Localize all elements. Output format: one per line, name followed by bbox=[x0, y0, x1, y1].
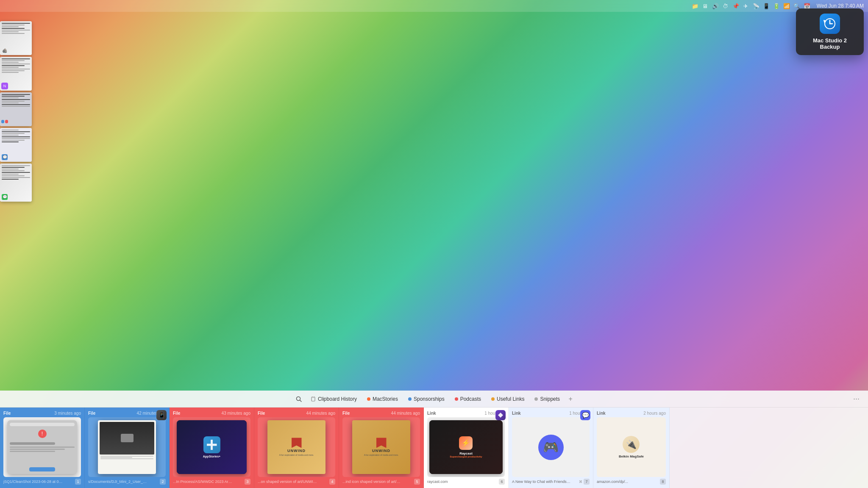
menubar-icon-phone[interactable]: 📱 bbox=[762, 2, 770, 10]
menubar-icon-audio[interactable]: 🔊 bbox=[712, 2, 719, 10]
card-8-time: 2 hours ago bbox=[643, 411, 666, 416]
card-7[interactable]: Link 1 hour ago 🎮 💬 A New Way to Chat wi… bbox=[509, 408, 593, 488]
sidebar-thumb-4[interactable]: 💬 bbox=[0, 128, 32, 162]
tab-podcasts[interactable]: Podcasts bbox=[451, 394, 485, 404]
card-4[interactable]: File 44 minutes ago UNWIND A fun explora… bbox=[254, 408, 339, 488]
card-1-footer: jSQ1/CleanShot 2023-06-28 at 07.36.36@2x… bbox=[3, 479, 81, 485]
card-6-app-icon bbox=[495, 410, 506, 420]
svg-line-2 bbox=[300, 400, 301, 402]
tm-title: Mac Studio 2 bbox=[801, 37, 859, 44]
sidebar-thumb-2[interactable]: N bbox=[0, 57, 32, 91]
menubar-icon-network[interactable]: 📡 bbox=[752, 2, 760, 10]
card-5[interactable]: File 44 minutes ago UNWIND A fun explora… bbox=[339, 408, 424, 488]
card-4-header: File 44 minutes ago bbox=[258, 411, 335, 416]
menubar-icon-pin[interactable]: 📌 bbox=[732, 2, 740, 10]
menubar: 📁 🖥 🔊 ⏱ 📌 ✈ 📡 📱 🔋 📶 🔍 📅 Wed Jun 28 7:40 … bbox=[0, 0, 868, 12]
card-2-header: File 42 minutes ago bbox=[88, 411, 166, 416]
tab-bar: Clipboard History MacStories Sponsorship… bbox=[0, 391, 868, 408]
left-sidebar: 🪨 N bbox=[0, 21, 34, 202]
card-2-footer: s/Documents/DJI_Mini_2_User_Manual-EN-2 … bbox=[88, 479, 166, 485]
card-6[interactable]: Link 1 hour ago ⚡ Raycast Supercharged p… bbox=[424, 408, 509, 488]
menubar-time: Wed Jun 28 7:40 AM bbox=[817, 3, 864, 9]
sidebar-thumb-3-icon bbox=[1, 118, 8, 125]
sidebar-thumb-3[interactable] bbox=[0, 92, 32, 126]
sidebar-thumb-1[interactable]: 🪨 bbox=[0, 21, 32, 55]
tab-macstories[interactable]: MacStories bbox=[363, 394, 402, 404]
tm-subtitle: Backup bbox=[801, 44, 859, 50]
card-4-type: File bbox=[258, 411, 265, 416]
tab-macstories-dot bbox=[367, 397, 370, 401]
menubar-icon-battery[interactable]: 🔋 bbox=[773, 2, 780, 10]
card-6-header: Link 1 hour ago bbox=[427, 411, 505, 416]
card-6-thumb: ⚡ Raycast Supercharged productivity bbox=[427, 417, 505, 477]
card-8[interactable]: Link 2 hours ago 🔌 Belkin MagSafe amazon… bbox=[593, 408, 670, 488]
sidebar-thumb-4-icon: 💬 bbox=[1, 154, 8, 161]
time-machine-popup[interactable]: Mac Studio 2 Backup bbox=[796, 8, 864, 55]
more-options-button[interactable]: ··· bbox=[853, 394, 860, 403]
card-3-thumb: AppStories+ bbox=[173, 417, 250, 477]
card-6-index: 6 bbox=[499, 479, 505, 485]
card-3-index: 3 bbox=[245, 479, 250, 485]
card-5-index: 5 bbox=[414, 479, 420, 485]
menubar-icon-display[interactable]: 🖥 bbox=[701, 2, 709, 10]
menubar-icon-timer[interactable]: ⏱ bbox=[722, 2, 729, 10]
card-5-footer: ...ind icon shaped version of art/UNWIND… bbox=[342, 479, 420, 485]
card-5-time: 44 minutes ago bbox=[391, 411, 420, 416]
card-6-footer: raycast.com 6 bbox=[427, 479, 505, 485]
card-5-thumb: UNWIND A fun exploration of media and mo… bbox=[342, 417, 420, 477]
card-7-footer: A New Way to Chat with Friends & Communi… bbox=[512, 479, 590, 485]
tab-snippets-dot bbox=[534, 397, 538, 401]
card-2-thumb bbox=[88, 417, 166, 477]
card-2-index: 2 bbox=[160, 479, 166, 485]
card-5-header: File 44 minutes ago bbox=[342, 411, 420, 416]
card-3-header: File 43 minutes ago bbox=[173, 411, 250, 416]
card-1[interactable]: File 3 minutes ago ! bbox=[0, 408, 85, 488]
card-1-type: File bbox=[3, 411, 11, 416]
tab-snippets[interactable]: Snippets bbox=[530, 394, 564, 404]
card-1-thumb: ! bbox=[3, 417, 81, 477]
tab-podcasts-dot bbox=[455, 397, 458, 401]
menubar-icon-wifi[interactable]: 📶 bbox=[783, 2, 790, 10]
add-tab-button[interactable]: + bbox=[566, 394, 575, 404]
card-6-type: Link bbox=[427, 411, 436, 416]
card-1-time: 3 minutes ago bbox=[54, 411, 81, 416]
search-button[interactable] bbox=[293, 393, 305, 405]
card-3-footer: ...In Process/AS/WWDC 2023 Art/wwdc23-AS… bbox=[173, 479, 250, 485]
card-2-app-icon: 📱 bbox=[156, 410, 167, 420]
card-3-time: 43 minutes ago bbox=[222, 411, 250, 416]
tab-sponsorships-dot bbox=[408, 397, 412, 401]
card-1-header: File 3 minutes ago bbox=[3, 411, 81, 416]
menubar-icon-flight[interactable]: ✈ bbox=[742, 2, 750, 10]
tab-useful-links-dot bbox=[491, 397, 495, 401]
card-8-footer: amazon.com/dp/... 8 bbox=[597, 479, 666, 485]
card-3-type: File bbox=[173, 411, 180, 416]
card-8-header: Link 2 hours ago bbox=[597, 411, 666, 416]
card-1-index: 1 bbox=[75, 479, 81, 485]
sidebar-thumb-2-icon: N bbox=[1, 83, 8, 89]
card-7-thumb: 🎮 bbox=[512, 417, 590, 477]
card-8-type: Link bbox=[597, 411, 606, 416]
card-5-type: File bbox=[342, 411, 350, 416]
card-8-index: 8 bbox=[660, 479, 666, 485]
tab-sponsorships[interactable]: Sponsorships bbox=[404, 394, 449, 404]
card-8-thumb: 🔌 Belkin MagSafe bbox=[597, 417, 666, 477]
tab-useful-links[interactable]: Useful Links bbox=[487, 394, 529, 404]
card-2[interactable]: File 42 minutes ago bbox=[85, 408, 170, 488]
tab-clipboard-history[interactable]: Clipboard History bbox=[306, 394, 361, 404]
card-4-footer: ...on shaped version of art/UNWIND(AVC) … bbox=[258, 479, 335, 485]
card-4-thumb: UNWIND A fun exploration of media and mo… bbox=[258, 417, 335, 477]
card-4-index: 4 bbox=[329, 479, 335, 485]
cards-container: File 3 minutes ago ! bbox=[0, 408, 868, 488]
sidebar-thumb-5[interactable]: 💬 bbox=[0, 164, 32, 202]
card-7-type: Link bbox=[512, 411, 521, 416]
time-machine-icon bbox=[820, 14, 840, 34]
card-7-index: 7 bbox=[584, 479, 590, 485]
sidebar-thumb-1-icon: 🪨 bbox=[1, 47, 8, 54]
menubar-icon-finder[interactable]: 📁 bbox=[691, 2, 699, 10]
card-7-header: Link 1 hour ago bbox=[512, 411, 590, 416]
sidebar-thumb-5-icon: 💬 bbox=[1, 194, 8, 200]
card-3[interactable]: File 43 minutes ago AppStories+ bbox=[170, 408, 254, 488]
svg-rect-4 bbox=[312, 396, 314, 398]
card-7-app-icon: 💬 bbox=[580, 410, 590, 420]
card-4-time: 44 minutes ago bbox=[306, 411, 335, 416]
